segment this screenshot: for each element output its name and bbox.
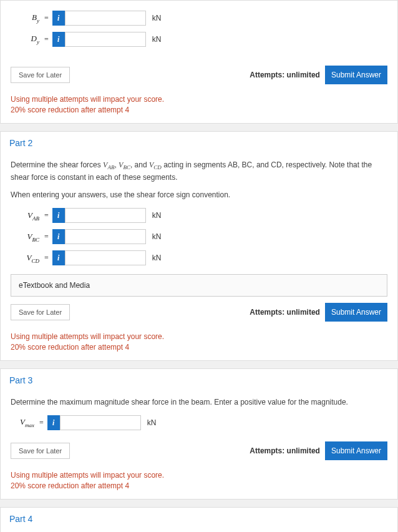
var-label: By (11, 12, 41, 24)
answer-input-By[interactable] (65, 11, 146, 26)
attempts-label: Attempts: unlimited (250, 446, 320, 455)
info-icon[interactable]: i (52, 250, 65, 265)
warning-text: Using multiple attempts will impact your… (1, 329, 397, 360)
equals-sign: = (41, 35, 52, 44)
submit-answer-button[interactable]: Submit Answer (325, 441, 387, 460)
answer-input-VBC[interactable] (65, 229, 146, 244)
warning-line: 20% score reduction after attempt 4 (11, 105, 387, 116)
info-icon[interactable]: i (52, 32, 65, 47)
unit-label: kN (146, 35, 162, 44)
save-for-later-button[interactable]: Save for Later (11, 443, 70, 459)
footer-row: Save for Later Attempts: unlimited Submi… (11, 441, 387, 460)
unit-label: kN (146, 254, 162, 262)
equals-sign: = (41, 254, 52, 263)
footer-row: Save for Later Attempts: unlimited Submi… (11, 66, 387, 84)
equals-sign: = (41, 211, 52, 220)
part-title: Part 4 (1, 508, 397, 528)
attempts-label: Attempts: unlimited (250, 308, 320, 317)
equals-sign: = (41, 14, 52, 23)
unit-label: kN (146, 232, 162, 241)
answer-input-Vmax[interactable] (60, 415, 141, 430)
warning-line: Using multiple attempts will impact your… (11, 94, 387, 105)
part-2-card: Part 2 Determine the shear forces VAB, V… (0, 131, 398, 361)
input-row-VAB: VAB = i kN (11, 208, 387, 223)
var-label: VBC (11, 232, 41, 243)
input-row-Dy: Dy = i kN (11, 32, 387, 47)
equals-sign: = (36, 418, 47, 428)
input-row-By: By = i kN (11, 11, 387, 26)
info-icon[interactable]: i (47, 415, 60, 430)
etextbook-media-button[interactable]: eTextbook and Media (11, 274, 387, 297)
var-label: Vmax (11, 417, 36, 428)
prompt-text: Determine the shear forces VAB, VBC, and… (11, 159, 387, 184)
save-for-later-button[interactable]: Save for Later (11, 304, 70, 320)
info-icon[interactable]: i (52, 229, 65, 244)
unit-label: kN (146, 14, 162, 22)
submit-answer-button[interactable]: Submit Answer (325, 66, 387, 84)
warning-line: 20% score reduction after attempt 4 (11, 481, 387, 491)
answer-input-Dy[interactable] (65, 32, 146, 47)
var-label: VAB (11, 210, 41, 222)
var-label: VCD (11, 253, 41, 264)
warning-text: Using multiple attempts will impact your… (1, 468, 397, 499)
prompt-text: Determine the maximum magnitude shear fo… (11, 397, 387, 408)
warning-line: 20% score reduction after attempt 4 (11, 342, 387, 353)
input-row-VBC: VBC = i kN (11, 229, 387, 244)
input-row-VCD: VCD = i kN (11, 250, 387, 265)
footer-row: Save for Later Attempts: unlimited Submi… (11, 303, 387, 322)
unit-label: kN (141, 418, 157, 427)
unit-label: kN (146, 211, 162, 220)
save-for-later-button[interactable]: Save for Later (11, 67, 70, 83)
warning-text: Using multiple attempts will impact your… (1, 92, 397, 123)
attempts-label: Attempts: unlimited (250, 71, 320, 79)
warning-line: Using multiple attempts will impact your… (11, 470, 387, 481)
equals-sign: = (41, 232, 52, 242)
answer-input-VCD[interactable] (65, 250, 146, 265)
sub-prompt: When entering your answers, use the shea… (11, 190, 387, 199)
part-3-card: Part 3 Determine the maximum magnitude s… (0, 368, 398, 500)
part-title: Part 3 (1, 369, 397, 389)
info-icon[interactable]: i (52, 208, 65, 223)
part-title: Part 2 (1, 132, 397, 152)
part-1-card: By = i kN Dy = i kN Save for Later Attem… (0, 0, 398, 124)
submit-answer-button[interactable]: Submit Answer (325, 303, 387, 322)
warning-line: Using multiple attempts will impact your… (11, 332, 387, 342)
answer-input-VAB[interactable] (65, 208, 146, 223)
info-icon[interactable]: i (52, 11, 65, 26)
part-4-card: Part 4 Calculate the first moment of are… (0, 507, 398, 532)
input-row-Vmax: Vmax = i kN (11, 415, 387, 430)
var-label: Dy (11, 34, 41, 45)
